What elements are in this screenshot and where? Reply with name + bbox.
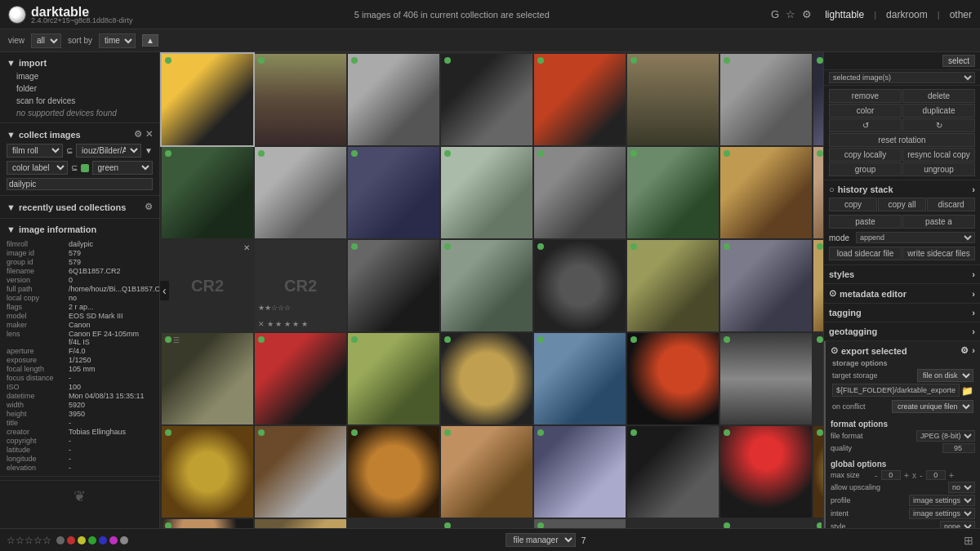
google-icon[interactable]: G [771,8,779,20]
import-folder[interactable]: folder [0,82,159,95]
color-dot-red[interactable] [67,536,75,544]
write-sidecar-btn[interactable]: write sidecar files [902,247,975,260]
thumb-37[interactable] [534,426,626,518]
star-icon[interactable]: ☆ [786,8,795,20]
thumb-47[interactable] [720,519,812,528]
collect-color-value[interactable]: green [92,161,154,175]
export-expand-icon[interactable]: › [972,345,975,356]
color-btn[interactable]: color [829,104,902,118]
thumb-4[interactable] [441,54,532,145]
thumb-27[interactable] [348,333,439,424]
load-sidecar-btn[interactable]: load sidecar file [829,247,902,260]
thumb-20[interactable] [441,240,532,331]
nav-other[interactable]: other [950,9,972,20]
thumb-31[interactable] [720,333,812,424]
thumb-48[interactable] [813,519,822,528]
quality-input[interactable] [942,443,975,453]
max-size-w-minus[interactable]: - [873,470,880,480]
thumb-34[interactable] [255,426,346,518]
recently-config-icon[interactable]: ⚙ [145,202,153,212]
import-scan[interactable]: scan for devices [0,95,159,107]
color-dot-blue[interactable] [99,536,107,544]
copy-locally-btn[interactable]: copy locally [829,148,902,162]
thumb-24[interactable] [813,240,823,331]
nav-lighttable[interactable]: lighttable [825,9,864,20]
thumb-36[interactable] [441,426,532,518]
thumb-40[interactable] [813,426,823,518]
thumb-32[interactable]: CR2 [813,333,823,424]
thumb-3[interactable] [348,54,439,145]
max-size-w-plus[interactable]: + [902,470,911,480]
geotagging-header[interactable]: geotagging › [824,325,980,338]
thumb-35[interactable] [348,426,439,518]
ungroup-btn[interactable]: ungroup [902,162,975,176]
thumb-38[interactable] [627,426,719,518]
max-size-h-plus[interactable]: + [947,470,956,480]
filename-folder-icon[interactable]: 📁 [961,385,973,397]
image-info-header[interactable]: ▼ image information [0,222,159,237]
thumb-11[interactable] [348,147,439,238]
metadata-expand-icon[interactable]: › [972,289,975,299]
thumb-16[interactable] [813,147,823,238]
collect-config-icon[interactable]: ⚙ [134,129,142,140]
collect-film-roll-value[interactable]: iouz/Bilder/Archiv/dailypic [76,144,141,158]
grid-prev-btn[interactable]: ‹ [160,281,169,300]
remove-btn[interactable]: remove [829,89,902,103]
thumb-42[interactable] [255,519,346,528]
thumb-43[interactable] [348,519,439,528]
history-header[interactable]: ○ history stack › [824,183,980,196]
tagging-expand-icon[interactable]: › [972,308,975,318]
thumb-23[interactable] [720,240,812,331]
color-dot-yellow[interactable] [78,536,86,544]
thumb-9[interactable] [162,147,253,238]
thumb-10[interactable] [255,147,346,238]
paste-a-btn[interactable]: paste a [902,215,975,229]
copy-all-btn[interactable]: copy all [878,198,926,211]
intent-select[interactable]: image settings [909,508,975,519]
metadata-header[interactable]: ⊙ metadata editor › [824,287,980,300]
thumb-22[interactable] [627,240,719,331]
thumb-44[interactable] [441,519,532,528]
rotate-right-btn[interactable]: ↻ [902,118,975,132]
selected-images-select[interactable]: selected image(s) [829,72,975,83]
nav-darkroom[interactable]: darkroom [886,9,928,20]
thumb-2[interactable] [255,54,346,145]
geotagging-expand-icon[interactable]: › [972,327,975,336]
collect-film-roll-select[interactable]: film roll [7,144,63,158]
color-dot-purple[interactable] [109,536,118,544]
thumb-46[interactable] [627,519,719,528]
bottom-view-select[interactable]: file manager [506,533,576,547]
export-header[interactable]: ⊙ export selected ⚙ › [826,344,980,358]
resync-btn[interactable]: resync local copy [902,148,975,162]
discard-btn[interactable]: discard [927,198,975,211]
max-size-h-input[interactable] [926,470,946,480]
thumb-13[interactable] [534,147,626,238]
thumb-21[interactable] [534,240,626,331]
file-format-select[interactable]: JPEG (8-bit) [916,430,975,442]
color-dot-gray[interactable] [56,536,65,544]
collect-clear-icon[interactable]: ✕ [145,129,153,140]
on-conflict-select[interactable]: create unique filename [892,400,973,413]
copy-history-btn[interactable]: copy [829,198,877,211]
rotate-left-btn[interactable]: ↺ [829,118,902,132]
import-header[interactable]: ▼ import [0,56,159,70]
collect-film-nav[interactable]: ▼ [145,146,153,155]
sort-direction-btn[interactable]: ▲ [142,34,158,47]
collect-color-label-select[interactable]: color label [7,161,68,175]
thumb-17[interactable]: CR2 ✕ [162,240,253,331]
max-size-h-minus[interactable]: - [918,470,924,480]
gear-icon[interactable]: ⚙ [802,8,812,20]
thumb-28[interactable] [441,333,532,424]
thumb-7[interactable] [720,54,812,145]
thumb-14[interactable] [627,147,719,238]
view-select[interactable]: all [31,33,61,48]
mode-select[interactable]: append [856,232,975,243]
thumb-29[interactable] [534,333,626,424]
select-btn[interactable]: select [942,55,975,67]
sort-select[interactable]: time [99,33,136,48]
thumb-39[interactable] [720,426,812,518]
thumb-6[interactable] [627,54,719,145]
target-storage-select[interactable]: file on disk [917,369,973,382]
thumb-8[interactable] [813,54,823,145]
tagging-header[interactable]: tagging › [824,306,980,319]
